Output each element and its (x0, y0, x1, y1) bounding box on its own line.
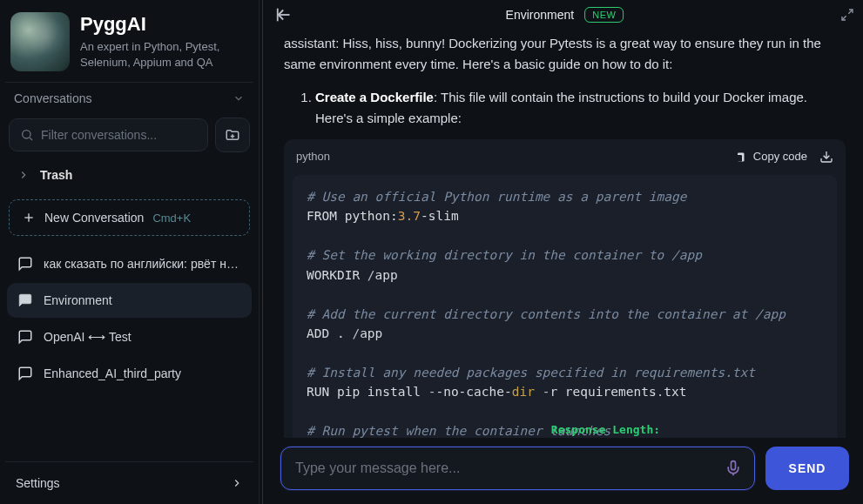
search-input[interactable] (41, 128, 197, 142)
svg-line-1 (30, 138, 32, 140)
new-folder-button[interactable] (215, 118, 250, 152)
clipboard-icon (733, 151, 746, 164)
profile-desc: An expert in Python, Pytest, Selenium, A… (80, 39, 248, 71)
send-button[interactable]: SEND (765, 447, 849, 490)
code-header: python Copy code (284, 139, 846, 175)
resize-handle[interactable] (260, 0, 266, 504)
step-bold: Create a Dockerfile (315, 90, 434, 104)
download-code-button[interactable] (819, 150, 833, 164)
new-conversation-hint: Cmd+K (152, 212, 191, 225)
new-conversation-button[interactable]: New Conversation Cmd+K (9, 199, 250, 236)
message-content: assistant: Hiss, hiss, bunny! Dockerizin… (266, 30, 863, 438)
svg-line-9 (842, 16, 846, 20)
svg-rect-11 (735, 155, 742, 162)
chat-icon (17, 256, 33, 272)
new-badge: NEW (584, 7, 624, 23)
chat-icon (17, 292, 33, 308)
copy-code-label: Copy code (753, 148, 807, 166)
code-body[interactable]: # Use an official Python runtime as a pa… (293, 175, 837, 438)
profile-name: PyggAI (80, 13, 248, 36)
composer: SEND (266, 438, 863, 504)
avatar (10, 12, 70, 71)
chat-icon (17, 329, 33, 345)
code-block: python Copy code # Use an official Pytho… (284, 139, 846, 438)
trash-label: Trash (40, 168, 72, 182)
sidebar: PyggAI An expert in Python, Pytest, Sele… (0, 0, 260, 504)
response-length-indicator: Response Length: Detailed (469, 404, 660, 438)
title-group: Environment NEW (506, 7, 624, 23)
chevron-down-icon (233, 92, 245, 104)
message-input-wrap[interactable] (280, 447, 755, 490)
new-conversation-label: New Conversation (44, 211, 144, 225)
settings-row[interactable]: Settings (5, 461, 253, 504)
conversation-item[interactable]: Enhanced_AI_third_party (7, 356, 252, 391)
conversation-item[interactable]: OpenAI ⟷ Test (7, 319, 252, 354)
svg-rect-13 (732, 461, 736, 470)
steps-list: Create a Dockerfile: This file will cont… (284, 87, 846, 129)
page-title: Environment (506, 8, 575, 22)
svg-point-0 (23, 131, 30, 138)
plus-icon (22, 211, 36, 225)
step-item: Create a Dockerfile: This file will cont… (315, 87, 846, 129)
search-box[interactable] (9, 118, 208, 151)
search-row (5, 114, 253, 159)
chat-icon (17, 366, 33, 381)
expand-icon[interactable] (840, 8, 854, 22)
conversation-item[interactable]: как сказать по английски: рвёт на ... (7, 246, 252, 281)
collapse-sidebar-button[interactable] (275, 5, 294, 24)
conversations-header[interactable]: Conversations (5, 82, 253, 114)
conversation-label: как сказать по английски: рвёт на ... (44, 257, 241, 271)
assistant-intro: assistant: Hiss, hiss, bunny! Dockerizin… (284, 33, 846, 75)
conversation-item-active[interactable]: Environment (7, 283, 252, 318)
conversation-label: OpenAI ⟷ Test (44, 330, 131, 344)
trash-row[interactable]: Trash (5, 159, 253, 191)
copy-code-button[interactable]: Copy code (733, 148, 807, 166)
response-length-key: Response Length: (551, 423, 660, 436)
svg-line-8 (848, 10, 853, 14)
profile-text: PyggAI An expert in Python, Pytest, Sele… (80, 12, 248, 71)
conversations-label: Conversations (14, 91, 92, 105)
topbar: Environment NEW (266, 0, 863, 30)
code-lang: python (296, 148, 330, 166)
profile-block: PyggAI An expert in Python, Pytest, Sele… (5, 9, 253, 82)
settings-label: Settings (16, 476, 60, 490)
conversation-list: как сказать по английски: рвёт на ... En… (5, 243, 253, 394)
microphone-icon[interactable] (721, 456, 745, 480)
main-panel: Environment NEW assistant: Hiss, hiss, b… (266, 0, 863, 504)
message-input[interactable] (295, 460, 721, 476)
conversation-label: Environment (44, 293, 112, 307)
search-icon (20, 128, 34, 142)
conversation-label: Enhanced_AI_third_party (44, 366, 181, 380)
chevron-right-icon (231, 477, 243, 489)
chevron-right-icon (17, 169, 30, 181)
